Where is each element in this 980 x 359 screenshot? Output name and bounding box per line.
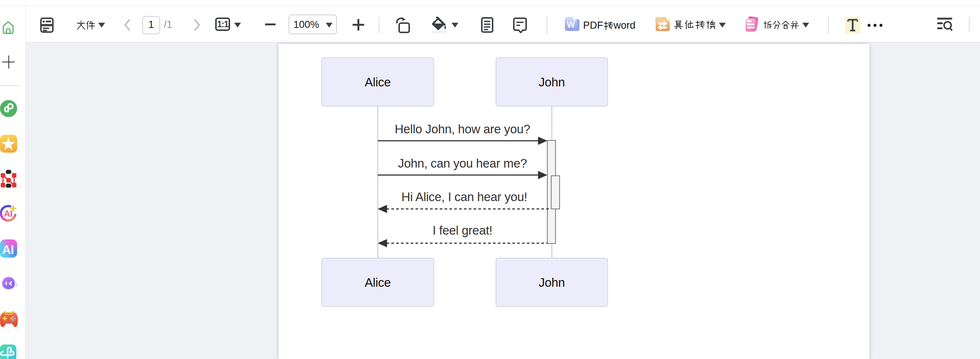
svg-text:Alice: Alice <box>364 75 391 89</box>
svg-text:I feel great!: I feel great! <box>433 223 493 237</box>
svg-text:Hello John, how are you?: Hello John, how are you? <box>395 122 530 136</box>
svg-text:John: John <box>539 276 565 289</box>
svg-text:AI: AI <box>4 209 13 219</box>
svg-text:John: John <box>539 75 565 89</box>
svg-text:Alice: Alice <box>364 276 391 289</box>
svg-text:John, can you hear me?: John, can you hear me? <box>398 156 527 170</box>
svg-text:Hi Alice, I can hear you!: Hi Alice, I can hear you! <box>401 190 527 204</box>
svg-text:W: W <box>567 20 575 29</box>
svg-text:AI: AI <box>2 243 14 257</box>
